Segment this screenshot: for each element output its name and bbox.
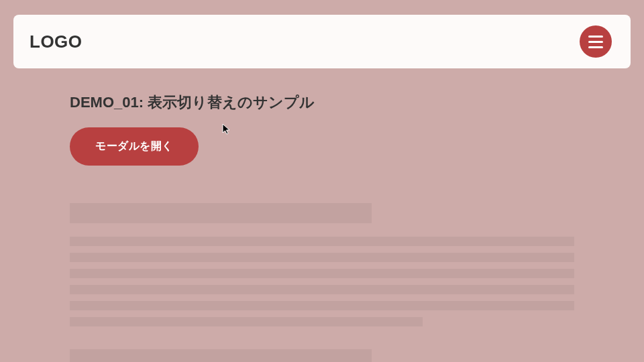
skeleton-line xyxy=(70,237,574,246)
skeleton-heading xyxy=(70,349,372,362)
hamburger-icon xyxy=(588,46,603,48)
skeleton-line xyxy=(70,301,574,310)
logo[interactable]: LOGO xyxy=(30,32,83,52)
open-modal-button[interactable]: モーダルを開く xyxy=(70,127,199,166)
skeleton-block-1 xyxy=(70,203,574,326)
skeleton-line xyxy=(70,253,574,262)
menu-button[interactable] xyxy=(580,25,612,58)
hamburger-icon xyxy=(588,41,603,43)
skeleton-line xyxy=(70,317,423,326)
skeleton-heading xyxy=(70,203,372,223)
hamburger-icon xyxy=(588,36,603,38)
header-bar: LOGO xyxy=(13,15,631,68)
skeleton-block-2 xyxy=(70,349,574,362)
main-content: DEMO_01: 表示切り替えのサンプル モーダルを開く xyxy=(0,68,644,362)
page-title: DEMO_01: 表示切り替えのサンプル xyxy=(70,93,574,113)
skeleton-line xyxy=(70,269,574,278)
skeleton-line xyxy=(70,285,574,294)
